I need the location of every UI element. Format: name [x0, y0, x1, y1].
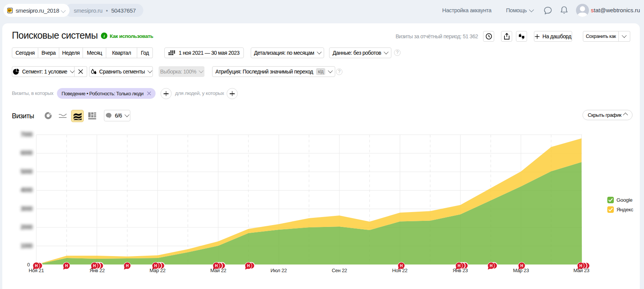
svg-text:Н: Н — [520, 264, 523, 268]
svg-text:Н: Н — [579, 264, 582, 268]
svg-text:Н: Н — [93, 264, 96, 268]
svg-text:Н: Н — [35, 264, 37, 268]
svg-text:Н: Н — [65, 264, 68, 268]
svg-text:Н: Н — [247, 264, 250, 268]
svg-text:Н: Н — [154, 264, 157, 268]
svg-text:Н: Н — [490, 264, 492, 268]
svg-text:Н: Н — [457, 264, 460, 268]
svg-text:Н: Н — [126, 264, 128, 268]
svg-text:Н: Н — [215, 264, 217, 268]
svg-text:Н: Н — [400, 264, 402, 268]
